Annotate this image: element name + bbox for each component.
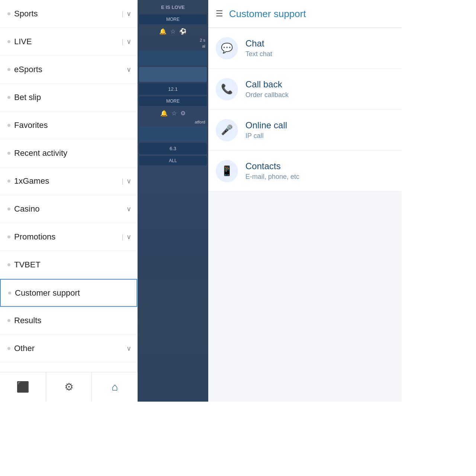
phone-icon: 📞 [221, 83, 233, 95]
center-img-placeholder-3 [139, 126, 207, 141]
bell-icon-2: 🔔 [160, 110, 168, 117]
sidebar-label-bet-slip: Bet slip [14, 93, 41, 102]
support-item-chat[interactable]: 💬ChatText chat [208, 28, 402, 69]
sidebar-item-casino[interactable]: Casino∨ [0, 195, 137, 223]
support-item-online-call[interactable]: 🎤Online callIP call [208, 110, 402, 151]
chat-icon: 💬 [221, 42, 233, 54]
sidebar-icon-casino [7, 208, 10, 210]
support-title-callback: Call back [245, 79, 289, 90]
sidebar-label-esports: eSports [14, 65, 42, 74]
sidebar-item-promotions[interactable]: Promotions|∨ [0, 223, 137, 251]
support-icon-circle-contacts: 📱 [216, 160, 238, 182]
right-panel: ☰ Customer support 💬ChatText chat📞Call b… [208, 0, 402, 402]
sidebar-label-results: Results [14, 316, 41, 325]
mic-icon: 🎤 [221, 124, 233, 136]
sidebar-item-sports[interactable]: Sports|∨ [0, 0, 137, 28]
bell-icon: 🔔 [159, 28, 167, 35]
right-header: ☰ Customer support [208, 0, 402, 28]
center-more-btn-1[interactable]: MORE [139, 15, 207, 24]
chevron-1xgames: ∨ [126, 177, 131, 185]
sidebar: Sports|∨LIVE|∨eSports∨Bet slipFavoritesR… [0, 0, 138, 402]
chevron-live: ∨ [126, 38, 131, 46]
sidebar-label-recent-activity: Recent activity [14, 148, 67, 158]
mobile-icon: 📱 [221, 165, 233, 177]
sidebar-label-other: Other [14, 344, 35, 353]
pipe-promotions: | [122, 233, 123, 241]
chevron-promotions: ∨ [126, 233, 131, 241]
support-title-online-call: Online call [245, 120, 287, 131]
home-button[interactable]: ⌂ [92, 372, 138, 402]
sidebar-label-customer-support: Customer support [15, 288, 80, 298]
sidebar-item-other[interactable]: Other∨ [0, 335, 137, 363]
support-icon-circle-callback: 📞 [216, 78, 238, 100]
sidebar-label-tvbet: TVBET [14, 260, 41, 270]
pipe-sports: | [122, 10, 123, 18]
sidebar-icon-other [7, 347, 10, 350]
home-icon: ⌂ [112, 381, 118, 393]
chevron-casino: ∨ [126, 205, 131, 213]
center-text-2s: 2 s [138, 37, 208, 43]
center-all-btn[interactable]: ALL [139, 156, 207, 165]
settings-button[interactable]: ⚙ [46, 372, 92, 402]
sidebar-item-info[interactable]: Info [0, 363, 137, 372]
sidebar-item-recent-activity[interactable]: Recent activity [0, 139, 137, 167]
gear-icon-2: ⚙ [180, 110, 186, 117]
center-banner-text: E IS LOVE [138, 0, 208, 13]
sidebar-label-sports: Sports [14, 9, 38, 19]
star-icon-2: ☆ [171, 110, 177, 117]
sidebar-icon-results [7, 319, 10, 322]
sidebar-label-live: LIVE [14, 37, 32, 46]
sidebar-item-bet-slip[interactable]: Bet slip [0, 84, 137, 112]
sidebar-item-results[interactable]: Results [0, 307, 137, 335]
hamburger-icon[interactable]: ☰ [216, 9, 223, 19]
sidebar-icon-recent-activity [7, 152, 10, 155]
sidebar-icon-live [7, 40, 10, 43]
sidebar-item-1xgames[interactable]: 1xGames|∨ [0, 167, 137, 195]
sidebar-item-esports[interactable]: eSports∨ [0, 56, 137, 84]
page-title: Customer support [229, 8, 306, 20]
chevron-other: ∨ [126, 344, 131, 353]
support-subtitle-chat: Text chat [245, 50, 272, 58]
star-icon-1: ☆ [170, 28, 176, 35]
center-text-al: al [138, 43, 208, 49]
pipe-1xgames: | [122, 177, 123, 185]
chevron-sports: ∨ [126, 10, 131, 18]
sidebar-icon-tvbet [7, 263, 10, 266]
sidebar-icon-bet-slip [7, 96, 10, 99]
pipe-live: | [122, 38, 123, 46]
center-img-placeholder-2 [139, 67, 207, 82]
sidebar-icon-1xgames [7, 180, 10, 183]
circle-icon: ⚽ [179, 28, 187, 35]
sidebar-label-1xgames: 1xGames [14, 176, 49, 186]
center-content: E IS LOVE MORE 🔔 ☆ ⚽ 2 s al 12.1 MORE 🔔 … [138, 0, 208, 372]
support-subtitle-contacts: E-mail, phone, etc [245, 173, 299, 181]
sidebar-item-live[interactable]: LIVE|∨ [0, 28, 137, 56]
center-img-placeholder-1 [139, 51, 207, 65]
support-title-chat: Chat [245, 38, 272, 49]
gear-icon: ⚙ [64, 381, 74, 393]
sidebar-icon-sports [7, 12, 10, 15]
center-score-box-2[interactable]: 6.3 [139, 143, 207, 154]
sidebar-item-customer-support[interactable]: Customer support [0, 279, 137, 307]
sidebar-icon-promotions [7, 235, 10, 238]
support-icon-circle-online-call: 🎤 [216, 119, 238, 141]
center-icons-row-2: 🔔 ☆ ⚙ [138, 107, 208, 119]
sidebar-item-tvbet[interactable]: TVBET [0, 251, 137, 279]
support-subtitle-online-call: IP call [245, 132, 287, 140]
sidebar-label-promotions: Promotions [14, 232, 55, 242]
logout-icon: ⬛ [16, 381, 29, 393]
center-score-box-1[interactable]: 12.1 [139, 83, 207, 95]
support-item-contacts[interactable]: 📱ContactsE-mail, phone, etc [208, 151, 402, 192]
center-text-atford: atford [138, 119, 208, 125]
sidebar-icon-esports [7, 68, 10, 71]
chevron-esports: ∨ [126, 65, 131, 74]
center-more-btn-2[interactable]: MORE [139, 96, 207, 106]
sidebar-item-favorites[interactable]: Favorites [0, 112, 137, 139]
support-item-callback[interactable]: 📞Call backOrder callback [208, 69, 402, 110]
support-icon-circle-chat: 💬 [216, 37, 238, 60]
sidebar-label-casino: Casino [14, 204, 39, 214]
sidebar-label-favorites: Favorites [14, 120, 48, 130]
support-subtitle-callback: Order callback [245, 91, 289, 99]
logout-button[interactable]: ⬛ [0, 372, 46, 402]
bottom-bar: ⬛ ⚙ ⌂ [0, 372, 138, 402]
